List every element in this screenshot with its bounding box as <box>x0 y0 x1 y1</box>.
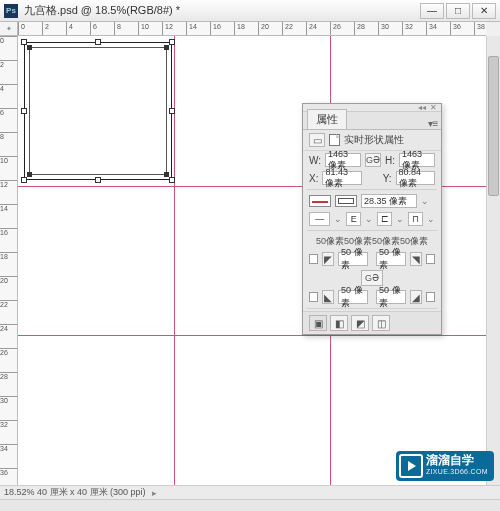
ruler-tick: 24 <box>0 324 18 333</box>
panel-menu-icon[interactable]: ▾≡ <box>425 118 441 129</box>
shape-path[interactable] <box>29 47 167 175</box>
ruler-tick: 16 <box>0 228 18 237</box>
scrollbar-thumb[interactable] <box>488 56 499 196</box>
corner-tr-checkbox[interactable] <box>426 254 435 264</box>
stroke-width-field[interactable]: 28.35 像素 <box>361 194 417 208</box>
corner-br-field[interactable]: 50 像素 <box>376 290 406 304</box>
transform-handle-n[interactable] <box>95 39 101 45</box>
panel-collapse-icon[interactable]: ◂◂ <box>418 103 426 112</box>
link-wh-button[interactable]: GƏ <box>365 153 381 167</box>
close-button[interactable]: ✕ <box>472 3 496 19</box>
ruler-tick: 34 <box>426 22 437 36</box>
ruler-tick: 32 <box>402 22 413 36</box>
play-icon <box>399 454 423 478</box>
ruler-tick: 24 <box>306 22 317 36</box>
ruler-tick: 18 <box>234 22 245 36</box>
x-field[interactable]: 81.43 像素 <box>322 171 361 185</box>
ruler-tick: 14 <box>186 22 197 36</box>
stroke-cap-dropdown-icon[interactable]: ⌄ <box>396 214 404 224</box>
y-label: Y: <box>383 173 392 184</box>
status-text: 18.52% 40 厘米 x 40 厘米 (300 ppi) <box>4 486 146 499</box>
stroke-align-field[interactable]: E <box>346 212 361 226</box>
horizontal-ruler[interactable]: 02468101214161820222426283032343638 <box>18 22 486 36</box>
stroke-type-dropdown-icon[interactable]: ⌄ <box>334 214 342 224</box>
stroke-align-dropdown-icon[interactable]: ⌄ <box>365 214 373 224</box>
bottom-bar <box>0 499 500 511</box>
ruler-tick: 32 <box>0 420 18 429</box>
ruler-tick: 6 <box>90 22 97 36</box>
ruler-tick: 30 <box>0 396 18 405</box>
anchor-point[interactable] <box>27 45 32 50</box>
ruler-tick: 0 <box>0 36 18 45</box>
transform-bounding-box[interactable] <box>24 42 172 180</box>
transform-handle-nw[interactable] <box>21 39 27 45</box>
ruler-tick: 10 <box>0 156 18 165</box>
stroke-join-field[interactable]: ⊓ <box>408 212 423 226</box>
ruler-tick: 18 <box>0 252 18 261</box>
panel-tabs: 属性 ▾≡ <box>303 112 441 130</box>
ruler-tick: 20 <box>0 276 18 285</box>
transform-handle-w[interactable] <box>21 108 27 114</box>
height-field[interactable]: 1463 像素 <box>399 153 435 167</box>
ruler-tick: 4 <box>66 22 73 36</box>
pathop-intersect-icon[interactable]: ◩ <box>351 315 369 331</box>
guide-vertical[interactable] <box>174 36 175 485</box>
fill-swatch[interactable] <box>309 195 331 207</box>
anchor-point[interactable] <box>27 172 32 177</box>
ruler-origin[interactable]: ✦ <box>0 22 18 36</box>
vertical-scrollbar[interactable] <box>486 36 500 485</box>
y-field[interactable]: 80.84 像素 <box>396 171 435 185</box>
guide-horizontal[interactable] <box>18 335 486 336</box>
corner-bl-checkbox[interactable] <box>309 292 318 302</box>
transform-handle-se[interactable] <box>169 177 175 183</box>
maximize-button[interactable]: □ <box>446 3 470 19</box>
corners-top-row: ◤ 50 像素 50 像素 ◥ <box>303 250 441 268</box>
ruler-tick: 26 <box>330 22 341 36</box>
corner-bl-field[interactable]: 50 像素 <box>338 290 368 304</box>
corner-tl-icon: ◤ <box>322 252 334 266</box>
corner-tr-icon: ◥ <box>410 252 422 266</box>
stroke-swatch[interactable] <box>335 195 357 207</box>
corner-br-icon: ◢ <box>410 290 422 304</box>
position-row: X: 81.43 像素 Y: 80.84 像素 <box>303 169 441 187</box>
corners-summary-row: 50像素50像素50像素50像素 <box>303 233 441 250</box>
stroke-cap-field[interactable]: ⊏ <box>377 212 392 226</box>
transform-handle-sw[interactable] <box>21 177 27 183</box>
minimize-button[interactable]: — <box>420 3 444 19</box>
transform-handle-ne[interactable] <box>169 39 175 45</box>
watermark-name: 溜溜自学 <box>426 454 488 466</box>
pathop-subtract-icon[interactable]: ◧ <box>330 315 348 331</box>
panel-close-icon[interactable]: ✕ <box>430 103 437 112</box>
corner-tl-field[interactable]: 50 像素 <box>338 252 368 266</box>
corner-tr-field[interactable]: 50 像素 <box>376 252 406 266</box>
corners-link-row: GƏ <box>303 268 441 288</box>
ruler-tick: 8 <box>114 22 121 36</box>
ruler-tick: 14 <box>0 204 18 213</box>
anchor-point[interactable] <box>164 45 169 50</box>
width-field[interactable]: 1463 像素 <box>325 153 361 167</box>
pathop-combine-icon[interactable]: ▣ <box>309 315 327 331</box>
status-bar: 18.52% 40 厘米 x 40 厘米 (300 ppi) ▸ <box>0 485 500 499</box>
properties-panel[interactable]: ◂◂ ✕ 属性 ▾≡ ▭ 实时形状属性 W: 1463 像素 GƏ H: 146… <box>302 103 442 335</box>
pathop-exclude-icon[interactable]: ◫ <box>372 315 390 331</box>
corners-bottom-row: ◣ 50 像素 50 像素 ◢ <box>303 288 441 306</box>
ruler-tick: 4 <box>0 84 18 93</box>
ruler-tick: 2 <box>42 22 49 36</box>
stroke-type-field[interactable]: — <box>309 212 330 226</box>
ruler-tick: 8 <box>0 132 18 141</box>
transform-handle-s[interactable] <box>95 177 101 183</box>
transform-handle-e[interactable] <box>169 108 175 114</box>
ruler-tick: 16 <box>210 22 221 36</box>
vertical-ruler[interactable]: 02468101214161820222426283032343638 <box>0 36 18 485</box>
stroke-width-dropdown-icon[interactable]: ⌄ <box>421 196 429 206</box>
ruler-tick: 36 <box>450 22 461 36</box>
corner-tl-checkbox[interactable] <box>309 254 318 264</box>
ruler-tick: 28 <box>354 22 365 36</box>
stroke-join-dropdown-icon[interactable]: ⌄ <box>427 214 435 224</box>
titlebar: Ps 九宫格.psd @ 18.5%(RGB/8#) * — □ ✕ <box>0 0 500 22</box>
ruler-tick: 30 <box>378 22 389 36</box>
ruler-tick: 38 <box>474 22 485 36</box>
corner-br-checkbox[interactable] <box>426 292 435 302</box>
status-chevron-icon[interactable]: ▸ <box>152 488 157 498</box>
tab-properties[interactable]: 属性 <box>307 109 347 129</box>
